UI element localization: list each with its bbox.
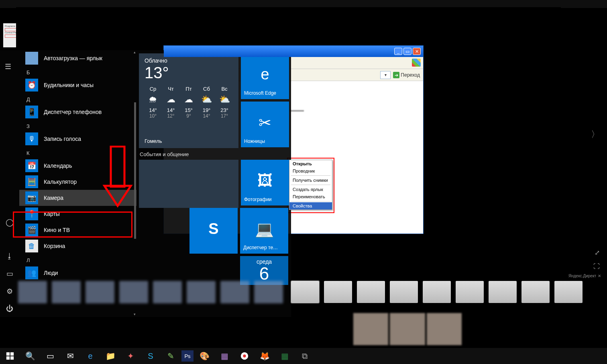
- app-item-2[interactable]: ⏰Будильники и часы: [19, 77, 136, 93]
- app-label: Диспетчер телефонов: [44, 109, 102, 115]
- app-item-9[interactable]: 🧮Калькулятор: [19, 174, 136, 190]
- taskview-icon[interactable]: ▭: [41, 348, 59, 364]
- video-icon[interactable]: ▦: [215, 348, 234, 364]
- weather-tile[interactable]: Облачно 13° Ср🌧14°10°Чт☁14°12°Пт☁15°9°Сб…: [139, 53, 238, 148]
- edge-tile[interactable]: e Microsoft Edge: [241, 53, 289, 99]
- thumb-7[interactable]: [489, 281, 517, 303]
- mspaint-icon[interactable]: 🎨: [195, 348, 214, 364]
- letter-heading[interactable]: Б: [19, 66, 136, 77]
- settings-icon[interactable]: ⚙: [6, 287, 13, 296]
- thumb-9[interactable]: [554, 281, 583, 303]
- go-label: Переход: [401, 72, 420, 78]
- apps-scrollbar[interactable]: ▴ ▾: [132, 50, 136, 317]
- thumb-6[interactable]: [456, 281, 484, 303]
- xp-close-button[interactable]: ✕: [413, 48, 421, 55]
- xp-maximize-button[interactable]: ▭: [403, 48, 411, 55]
- letter-heading[interactable]: К: [19, 147, 136, 158]
- firefox-icon[interactable]: 🦊: [255, 348, 274, 364]
- ad-label[interactable]: Яндекс.Директ✕: [568, 274, 601, 278]
- events-tile[interactable]: [139, 160, 238, 208]
- svg-rect-4: [6, 356, 10, 360]
- ctx-properties[interactable]: Свойства: [289, 202, 332, 209]
- thumb-2[interactable]: [324, 281, 352, 303]
- download-icon[interactable]: ⭳: [6, 252, 13, 260]
- network-icon[interactable]: ⧉: [295, 348, 314, 364]
- address-dropdown[interactable]: ▾: [380, 71, 391, 79]
- app-icon: 🗑: [25, 240, 38, 252]
- power-icon[interactable]: ⏻: [6, 305, 13, 313]
- hamburger-icon[interactable]: ☰: [5, 62, 11, 71]
- app-item-10[interactable]: 📷Камера: [19, 190, 136, 206]
- app-item-13[interactable]: 🗑Корзина: [19, 238, 136, 254]
- app-item-12[interactable]: 🎬Кино и ТВ: [19, 222, 136, 238]
- yandex-icon[interactable]: [235, 348, 254, 364]
- ctx-get-images[interactable]: Получить снимки: [289, 177, 332, 184]
- app-item-11[interactable]: 📍Карты: [19, 206, 136, 222]
- close-icon[interactable]: ✕: [598, 274, 601, 278]
- skype-icon[interactable]: S: [141, 348, 160, 364]
- xp-titlebar: _ ▭ ✕: [164, 46, 423, 57]
- app-label: Автозагрузка — ярлык: [44, 55, 102, 61]
- taskbar: 🔍 ▭ ✉ e 📁 ✦ S ✎ Ps 🎨 ▦ 🦊 ▦ ⧉: [0, 348, 607, 364]
- ctx-open[interactable]: Открыть: [289, 160, 332, 167]
- skype-icon: S: [208, 220, 218, 238]
- thumb-8[interactable]: [521, 281, 550, 303]
- app-item-15[interactable]: 👥Люди: [19, 265, 136, 281]
- file-explorer-icon[interactable]: 📁: [101, 348, 120, 364]
- thumb-1[interactable]: [291, 281, 319, 303]
- ctx-explorer[interactable]: Проводник: [289, 167, 332, 175]
- scroll-thumb[interactable]: [134, 102, 136, 239]
- ctx-create-shortcut[interactable]: Создать ярлык: [289, 186, 332, 193]
- edge-icon[interactable]: e: [81, 348, 100, 364]
- devices-icon: 💻: [255, 220, 274, 238]
- top-dim-overlay: [0, 0, 607, 8]
- weather-day: Ср🌧14°10°: [145, 86, 161, 119]
- app-icon-2[interactable]: ✎: [161, 348, 180, 364]
- start-apps-list: Автозагрузка — ярлыкБ⏰Будильники и часыД…: [19, 50, 136, 317]
- expand-icon[interactable]: ⤢: [595, 249, 600, 256]
- svg-point-7: [243, 354, 246, 357]
- go-arrow-icon: ➔: [393, 72, 399, 78]
- xp-minimize-button[interactable]: _: [394, 48, 402, 55]
- weather-day: Вс⛅23°17°: [216, 86, 233, 119]
- tiles-section-label: События и общение: [140, 151, 291, 157]
- app-icon-1[interactable]: ✦: [121, 348, 140, 364]
- app-icon: 🧮: [25, 175, 38, 188]
- excel-icon[interactable]: ▦: [275, 348, 294, 364]
- start-button[interactable]: [1, 348, 19, 364]
- snipping-tile[interactable]: ✂ Ножницы: [241, 102, 289, 147]
- svg-rect-5: [10, 356, 14, 360]
- mail-icon[interactable]: ✉: [61, 348, 79, 364]
- letter-heading[interactable]: З: [19, 120, 136, 131]
- phone-manager-tile[interactable]: 💻 Диспетчер те…: [240, 208, 288, 254]
- app-icon: 📷: [25, 191, 38, 204]
- app-label: Будильники и часы: [44, 82, 94, 88]
- app-item-6[interactable]: 🎙Запись голоса: [19, 131, 136, 147]
- photos-tile[interactable]: 🖼 Фотографии: [241, 160, 289, 205]
- user-icon[interactable]: ◯: [6, 218, 14, 227]
- start-tiles: Облачно 13° Ср🌧14°10°Чт☁14°12°Пт☁15°9°Сб…: [136, 50, 291, 317]
- letter-heading[interactable]: Л: [19, 254, 136, 265]
- app-item-0[interactable]: Автозагрузка — ярлык: [19, 50, 136, 66]
- app-item-8[interactable]: 📅Календарь: [19, 158, 136, 174]
- photoshop-icon[interactable]: Ps: [181, 350, 194, 362]
- app-item-4[interactable]: 📱Диспетчер телефонов: [19, 104, 136, 120]
- thumb-3[interactable]: [357, 281, 385, 303]
- search-icon[interactable]: 🔍: [21, 348, 39, 364]
- go-button[interactable]: ➔ Переход: [393, 72, 420, 78]
- ctx-rename[interactable]: Переименовать: [289, 193, 332, 200]
- letter-heading[interactable]: Д: [19, 93, 136, 104]
- fullscreen-icon[interactable]: ⛶: [593, 263, 600, 270]
- svg-rect-2: [6, 352, 10, 356]
- lightbox-next-icon[interactable]: 〉: [591, 128, 600, 140]
- webcam-preview-strip: [353, 313, 462, 345]
- weather-day: Пт☁15°9°: [180, 86, 197, 119]
- pictures-icon[interactable]: ▭: [6, 269, 13, 278]
- app-label: Калькулятор: [44, 179, 77, 185]
- thumb-4[interactable]: [390, 281, 418, 303]
- app-label: Запись голоса: [44, 136, 81, 142]
- app-icon: 🎙: [25, 132, 38, 145]
- thumb-5[interactable]: [423, 281, 451, 303]
- photo-icon: 🖼: [257, 172, 273, 189]
- skype-tile[interactable]: S: [189, 208, 238, 254]
